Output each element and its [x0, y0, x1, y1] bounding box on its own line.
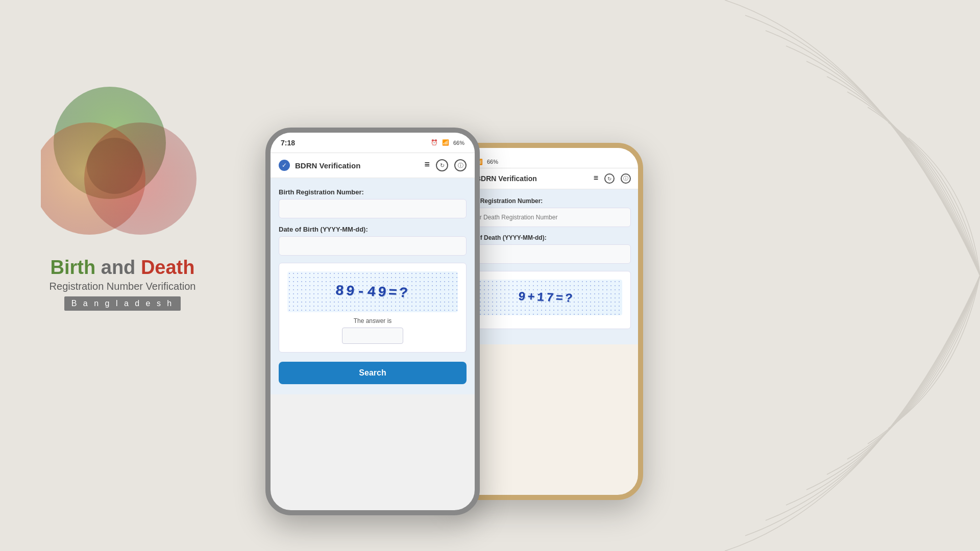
logo-subtitle: Registration Number Verification [41, 281, 204, 292]
phone-back-header-icons: ≡ ↻ ⓘ [594, 173, 631, 184]
phone-birth: 7:18 ⏰ 📶 66% ✓ BDRN Verification ≡ ↻ ⓘ [265, 128, 480, 515]
death-reg-label: Death Registration Number: [461, 197, 631, 205]
phone-back-header: ✓ BDRN Verification ≡ ↻ ⓘ [454, 168, 638, 189]
phone-back-body: Death Registration Number: Date of Death… [454, 189, 638, 344]
phone-back-status-bar: 7:18 ⏰ 📶 66% [454, 148, 638, 168]
birth-reg-label: Birth Registration Number: [279, 188, 467, 196]
captcha-answer-label: The answer is [287, 317, 458, 324]
battery-text-back: 66% [487, 159, 498, 165]
captcha-text-back: 9+17=? [518, 290, 575, 306]
dob-label: Date of Birth (YYYY-MM-dd): [279, 226, 467, 233]
phone-back-header-title: BDRN Verification [476, 174, 537, 183]
phone-front-status-icons: ⏰ 📶 66% [431, 139, 464, 146]
menu-icon-back[interactable]: ≡ [594, 173, 598, 184]
verified-icon: ✓ [279, 160, 290, 171]
phone-front-header: ✓ BDRN Verification ≡ ↻ ⓘ [271, 153, 475, 178]
captcha-answer-input[interactable] [342, 328, 403, 344]
logo-country: B a n g l a d e s h [64, 296, 181, 311]
death-form: Death Registration Number: Date of Death… [461, 197, 631, 329]
captcha-image-back: 9+17=? [470, 280, 622, 315]
logo-area: Birth and Death Registration Number Veri… [41, 82, 204, 311]
phone-front-header-title: BDRN Verification [295, 161, 360, 170]
captcha-text: 89-49=? [335, 283, 410, 301]
venn-diagram [41, 82, 204, 245]
phone-front-body: Birth Registration Number: Date of Birth… [271, 178, 475, 394]
info-icon[interactable]: ⓘ [454, 159, 467, 171]
refresh-icon[interactable]: ↻ [436, 159, 448, 171]
phone-front-time: 7:18 [281, 139, 295, 147]
battery-text: 66% [453, 140, 464, 146]
background-arcs [623, 0, 980, 551]
logo-death: Death [141, 257, 195, 278]
logo-text: Birth and Death Registration Number Veri… [41, 257, 204, 311]
captcha-box: 89-49=? The answer is [279, 263, 467, 353]
phone-front-status-bar: 7:18 ⏰ 📶 66% [271, 133, 475, 153]
search-button[interactable]: Search [279, 362, 467, 384]
phone-front-header-icons: ≡ ↻ ⓘ [424, 159, 467, 171]
dod-input[interactable] [461, 244, 631, 264]
phones-container: 7:18 ⏰ 📶 66% ✓ BDRN Verification ≡ ↻ ⓘ [265, 128, 480, 515]
death-reg-input[interactable] [461, 208, 631, 227]
info-icon-back[interactable]: ⓘ [621, 173, 631, 184]
wifi-icon: 📶 [442, 139, 449, 146]
captcha-image: 89-49=? [287, 271, 458, 312]
logo-birth: Birth [51, 257, 96, 278]
captcha-box-back: 9+17=? [461, 271, 631, 329]
alarm-icon: ⏰ [431, 139, 438, 146]
dob-input[interactable] [279, 236, 467, 256]
birth-reg-input[interactable] [279, 199, 467, 218]
svg-point-3 [87, 138, 143, 194]
refresh-icon-back[interactable]: ↻ [604, 173, 615, 184]
birth-form: Birth Registration Number: Date of Birth… [279, 188, 467, 384]
logo-and: and [101, 257, 141, 278]
dod-label: Date of Death (YYYY-MM-dd): [461, 234, 631, 241]
menu-icon[interactable]: ≡ [424, 159, 430, 171]
